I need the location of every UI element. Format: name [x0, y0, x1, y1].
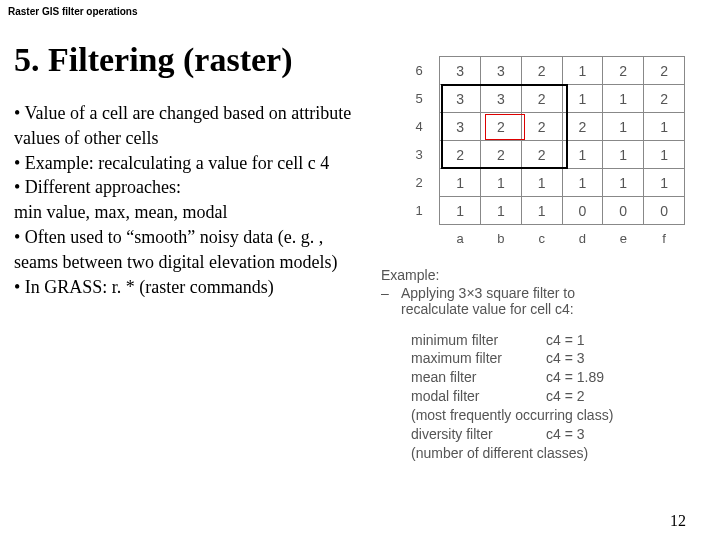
example-text: –Applying 3×3 square filter to	[381, 285, 705, 301]
bullet: • Different approaches:	[14, 175, 359, 200]
grid-cell: 1	[603, 141, 644, 169]
col-label: c	[521, 225, 562, 253]
grid-cell: 2	[562, 113, 603, 141]
filter-name: modal filter	[411, 387, 546, 406]
filter-value: c4 = 2	[546, 387, 585, 406]
grid-cell: 1	[562, 141, 603, 169]
filter-results: minimum filterc4 = 1 maximum filterc4 = …	[411, 331, 705, 463]
grid-cell: 1	[644, 141, 685, 169]
grid-cell: 1	[562, 169, 603, 197]
blank	[399, 225, 440, 253]
row-label: 2	[399, 169, 440, 197]
grid-cell: 0	[603, 197, 644, 225]
example-text-2: recalculate value for cell c4:	[401, 301, 574, 317]
filter-name: maximum filter	[411, 349, 546, 368]
grid-cell: 1	[521, 197, 562, 225]
grid-cell: 2	[481, 141, 522, 169]
grid-cell: 2	[521, 113, 562, 141]
grid-cell: 1	[644, 169, 685, 197]
grid-cell: 0	[644, 197, 685, 225]
example-heading: Example:	[381, 267, 705, 283]
grid-cell: 2	[481, 113, 522, 141]
col-label: d	[562, 225, 603, 253]
col-label: a	[440, 225, 481, 253]
figure-column: 6332122 5332112 4322211 3222111 2111111 …	[375, 56, 705, 463]
grid-cell: 3	[481, 85, 522, 113]
grid-cell: 2	[521, 85, 562, 113]
col-label: e	[603, 225, 644, 253]
grid-cell: 1	[603, 113, 644, 141]
grid-cell: 2	[603, 57, 644, 85]
body-text: • Value of a cell are changed based on a…	[14, 101, 359, 300]
filter-value: c4 = 3	[546, 349, 585, 368]
filter-value: c4 = 1.89	[546, 368, 604, 387]
row-label: 6	[399, 57, 440, 85]
row-label: 3	[399, 141, 440, 169]
bullet: min value, max, mean, modal	[14, 200, 359, 225]
filter-name: mean filter	[411, 368, 546, 387]
raster-grid: 6332122 5332112 4322211 3222111 2111111 …	[375, 56, 685, 253]
page-number: 12	[670, 512, 686, 530]
grid-cell: 1	[644, 113, 685, 141]
grid-cell: 2	[521, 57, 562, 85]
grid-cell: 1	[603, 85, 644, 113]
page-header: Raster GIS filter operations	[0, 0, 720, 23]
filter-value: c4 = 3	[546, 425, 585, 444]
grid-cell: 2	[644, 85, 685, 113]
bullet: • In GRASS: r. * (raster commands)	[14, 275, 359, 300]
grid-cell: 1	[440, 197, 481, 225]
grid-cell: 3	[440, 113, 481, 141]
row-label: 5	[399, 85, 440, 113]
dash-icon: –	[381, 285, 389, 301]
grid-cell: 3	[481, 57, 522, 85]
grid-cell: 1	[481, 169, 522, 197]
grid-cell: 2	[440, 141, 481, 169]
row-label: 1	[399, 197, 440, 225]
grid-cell: 2	[521, 141, 562, 169]
filter-name: minimum filter	[411, 331, 546, 350]
filter-note: (number of different classes)	[411, 444, 705, 463]
example-text: recalculate value for cell c4:	[381, 301, 705, 317]
grid-cell: 0	[562, 197, 603, 225]
example-text-1: Applying 3×3 square filter to	[401, 285, 575, 301]
grid-cell: 1	[562, 57, 603, 85]
grid-cell: 1	[440, 169, 481, 197]
row-label: 4	[399, 113, 440, 141]
grid-cell: 1	[481, 197, 522, 225]
raster-table: 6332122 5332112 4322211 3222111 2111111 …	[399, 56, 685, 253]
grid-cell: 3	[440, 57, 481, 85]
grid-cell: 1	[603, 169, 644, 197]
filter-value: c4 = 1	[546, 331, 585, 350]
filter-name: diversity filter	[411, 425, 546, 444]
grid-cell: 1	[562, 85, 603, 113]
filter-note: (most frequently occurring class)	[411, 406, 705, 425]
col-label: f	[644, 225, 685, 253]
col-label: b	[481, 225, 522, 253]
grid-cell: 1	[521, 169, 562, 197]
bullet: • Often used to “smooth” noisy data (e. …	[14, 225, 359, 275]
bullet: • Value of a cell are changed based on a…	[14, 101, 359, 151]
bullet: • Example: recalculating a value for cel…	[14, 151, 359, 176]
grid-cell: 3	[440, 85, 481, 113]
grid-cell: 2	[644, 57, 685, 85]
